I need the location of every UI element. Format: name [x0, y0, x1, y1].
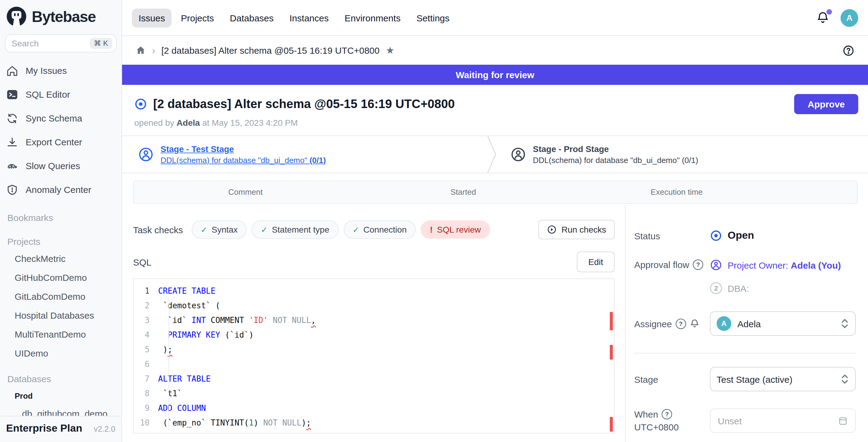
code-line[interactable]: 10 (`emp_no` TINYINT(1) NOT NULL); — [134, 416, 614, 431]
approve-button[interactable]: Approve — [794, 94, 858, 114]
sidebar-footer: Enterprise Plan v2.2.0 — [0, 416, 121, 442]
edit-sql-button[interactable]: Edit — [577, 252, 615, 272]
help-circle-icon[interactable]: ? — [662, 409, 672, 419]
code-text: PRIMARY KEY (`id`) — [158, 328, 254, 343]
bookmark-star-icon[interactable]: ★ — [386, 44, 395, 56]
help-circle-icon[interactable]: ? — [693, 259, 703, 270]
sidebar-item-export-center[interactable]: Export Center — [0, 130, 121, 154]
help-circle-icon[interactable]: ? — [675, 318, 686, 329]
tab-environments[interactable]: Environments — [338, 8, 407, 27]
code-line[interactable]: 8 `t1` — [134, 386, 614, 401]
stage-name-link[interactable]: Stage - Test Stage — [160, 144, 326, 154]
breadcrumb-title[interactable]: [2 databases] Alter schema @05-15 16:19 … — [161, 45, 380, 56]
column-header-execution-time: Execution time — [651, 187, 703, 197]
issue-title: [2 databases] Alter schema @05-15 16:19 … — [153, 97, 788, 111]
sidebar-item-label: Sync Schema — [26, 113, 82, 123]
tab-issues[interactable]: Issues — [132, 8, 172, 27]
sidebar-project-item[interactable]: CheckMetric — [0, 249, 121, 268]
opened-at: May 15, 2023 4:20 PM — [212, 118, 298, 128]
terminal-icon — [6, 88, 18, 100]
when-label: When — [634, 409, 658, 419]
code-text: CREATE TABLE — [158, 284, 215, 298]
code-line[interactable]: 9ADD COLUMN — [134, 401, 614, 416]
breadcrumb: › [2 databases] Alter schema @05-15 16:1… — [122, 36, 868, 65]
stage-task-link[interactable]: DDL(schema) for database "db_ui_demo" (0… — [160, 156, 326, 165]
code-line[interactable]: 6 — [134, 357, 614, 372]
download-icon — [6, 136, 18, 148]
code-text: `demotest` ( — [158, 298, 220, 313]
stage-prod-stage[interactable]: Stage - Prod Stage DDL(schema) for datab… — [510, 136, 698, 173]
assignee-select[interactable]: A Adela — [710, 311, 856, 336]
breadcrumb-home-icon[interactable] — [135, 45, 146, 56]
sidebar-project-item[interactable]: MultiTenantDemo — [0, 325, 121, 344]
error-marker — [610, 312, 613, 330]
approval-step-1[interactable]: Project Owner: Adela (You) — [710, 259, 841, 271]
help-icon[interactable] — [842, 44, 855, 57]
stage-task-text: DDL(schema) for database "db_ui_demo" — [160, 156, 307, 165]
search-shortcut-badge: ⌘ K — [89, 38, 112, 49]
error-marker — [610, 345, 613, 359]
sidebar-item-sql-editor[interactable]: SQL Editor — [0, 83, 121, 106]
tab-settings[interactable]: Settings — [410, 8, 456, 27]
issue-status-icon — [134, 98, 147, 110]
line-number: 9 — [134, 401, 158, 416]
sidebar-item-label: Export Center — [26, 137, 82, 147]
code-text: ADD COLUMN — [158, 401, 206, 416]
check-pill-sql-review[interactable]: !SQL review — [421, 220, 490, 239]
sidebar-item-slow-queries[interactable]: Slow Queries — [0, 154, 121, 178]
brand-logo[interactable]: Bytebase — [0, 0, 121, 29]
code-line[interactable]: 2 `demotest` ( — [134, 298, 614, 313]
stage-separator-chevron — [487, 136, 497, 173]
error-marker — [610, 417, 613, 432]
select-chevrons-icon — [840, 374, 849, 385]
user-avatar[interactable]: A — [840, 9, 858, 27]
calendar-icon — [838, 416, 848, 425]
sidebar-item-sync-schema[interactable]: Sync Schema — [0, 106, 121, 130]
turtle-icon — [6, 160, 18, 172]
when-datetime-input[interactable]: Unset — [710, 408, 856, 433]
sync-icon — [6, 112, 18, 124]
sidebar-project-item[interactable]: GitLabComDemo — [0, 287, 121, 306]
tab-instances[interactable]: Instances — [283, 8, 335, 27]
when-timezone: UTC+0800 — [634, 422, 679, 432]
select-chevrons-icon — [840, 318, 849, 329]
sidebar-project-item[interactable]: Hospital Databases — [0, 306, 121, 325]
sidebar-item-my-issues[interactable]: My Issues — [0, 59, 121, 83]
code-line[interactable]: 5 ); — [134, 343, 614, 357]
sidebar-project-item[interactable]: UIDemo — [0, 344, 121, 362]
check-pill-connection[interactable]: ✓Connection — [343, 220, 416, 239]
code-text: ALTER TABLE — [158, 372, 211, 386]
check-pill-statement-type[interactable]: ✓Statement type — [252, 220, 338, 239]
code-line[interactable]: 3 `id` INT COMMENT 'ID' NOT NULL, — [134, 313, 614, 328]
task-table-header: Comment Started Execution time — [133, 181, 858, 204]
tab-projects[interactable]: Projects — [174, 8, 221, 27]
sidebar-item-anomaly-center[interactable]: Anomaly Center — [0, 178, 121, 201]
error-icon: ! — [430, 225, 432, 234]
run-checks-button[interactable]: Run checks — [538, 220, 615, 239]
code-text: (`emp_no` TINYINT(1) NOT NULL); — [158, 416, 311, 431]
assignee-label: Assignee — [634, 318, 672, 329]
stage-select[interactable]: Test Stage (active) — [710, 367, 856, 391]
code-line[interactable]: 4 PRIMARY KEY (`id`) — [134, 328, 614, 343]
approval-role: DBA: — [727, 283, 749, 293]
subscribe-bell-icon[interactable] — [689, 319, 699, 328]
stage-test-stage[interactable]: Stage - Test Stage DDL(schema) for datab… — [138, 136, 326, 173]
code-line[interactable]: 1CREATE TABLE — [134, 284, 614, 298]
tab-databases[interactable]: Databases — [223, 8, 280, 27]
shield-alert-icon — [6, 184, 18, 196]
check-pill-syntax[interactable]: ✓Syntax — [191, 220, 247, 239]
notification-bell-icon[interactable] — [816, 11, 830, 24]
sidebar-env-prod: Prod — [0, 386, 121, 404]
sidebar-project-item[interactable]: GitHubComDemo — [0, 268, 121, 287]
sql-editor[interactable]: 1CREATE TABLE2 `demotest` (3 `id` INT CO… — [133, 278, 615, 434]
issue-content: [2 databases] Alter schema @05-15 16:19 … — [122, 85, 868, 442]
sidebar-section-databases: Databases — [0, 362, 121, 386]
check-icon: ✓ — [261, 225, 268, 234]
line-number: 5 — [134, 343, 158, 357]
search-input[interactable]: Search ⌘ K — [5, 34, 117, 53]
code-text: `id` INT COMMENT 'ID' NOT NULL, — [158, 313, 316, 328]
code-line[interactable]: 7ALTER TABLE — [134, 372, 614, 386]
assignee-avatar: A — [717, 316, 731, 331]
check-icon: ✓ — [200, 225, 207, 234]
approval-flow-row: Approval flow ? Project Owner: Adela (Yo… — [634, 259, 856, 294]
